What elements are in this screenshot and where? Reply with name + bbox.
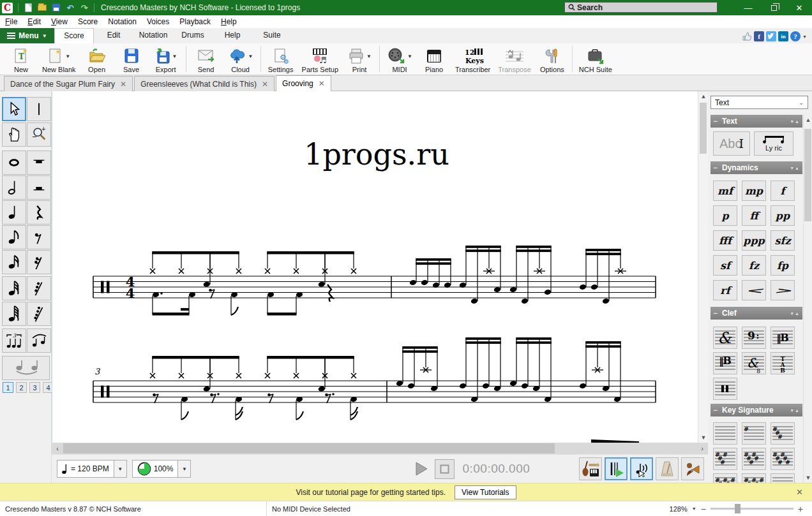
key-signature-3-sharps-button[interactable]: ### [771,422,795,445]
key-signature-6-sharps-button[interactable]: ###### [771,448,795,470]
panel-category-select[interactable]: Text ⌄ [710,96,808,109]
doc-tab-active[interactable]: Grooving✕ [276,75,331,91]
tempo-dropdown-icon[interactable]: ▼ [114,461,126,477]
text-section-header[interactable]: − Text ▼▲ [710,115,802,128]
note-sound-button[interactable] [630,457,653,480]
tie-tool[interactable] [2,356,50,380]
quarter-note-tool[interactable] [2,200,26,225]
undo-icon[interactable]: ↶ [64,3,76,13]
triplet-tool[interactable]: 3 [2,328,26,353]
dropdown-arrow-icon[interactable]: ▼ [172,54,177,59]
score-title[interactable]: 1progs.ru [304,137,449,172]
dynamic-p-button[interactable]: p [713,205,737,226]
dynamic-mp-button[interactable]: mp [742,181,766,201]
new-blank-button[interactable]: ★▼ New Blank [38,43,80,75]
bass-clef-button[interactable]: 9: [742,327,766,349]
quarter-rest-tool[interactable] [27,200,51,225]
pan-hand-tool[interactable] [2,122,26,147]
section-arrows-icon[interactable]: ▼▲ [790,408,800,413]
section-arrows-icon[interactable]: ▼▲ [790,119,800,124]
half-rest-tool[interactable] [27,175,51,200]
scrollbar-thumb[interactable] [63,443,555,453]
linkedin-icon[interactable]: in [778,31,788,41]
zoom-level[interactable]: 128% [670,505,688,513]
chevron-down-icon[interactable]: ▼ [802,34,807,39]
voice-3-button[interactable]: 3 [29,382,40,393]
search-input[interactable]: Search [564,2,718,13]
menu-notation[interactable]: Notation [103,16,142,27]
zoom-tool[interactable]: +− [27,122,51,147]
sixteenth-rest-tool[interactable] [27,250,51,274]
close-icon[interactable]: ✕ [319,79,325,88]
half-note-tool[interactable] [2,175,26,200]
scroll-right-icon[interactable]: › [696,443,708,454]
dynamic-f-button[interactable]: f [771,181,795,201]
export-button[interactable]: ▼ Export [149,43,183,75]
dynamics-section-header[interactable]: − Dynamics ▼▲ [710,161,802,174]
alto-clef-button[interactable]: ‖B [771,327,795,349]
dynamic-rf-button[interactable]: rf [713,280,737,300]
view-tutorials-button[interactable]: View Tutorials [455,485,516,499]
parts-setup-button[interactable]: ♬ Parts Setup [298,43,342,75]
cloud-button[interactable]: ▼ Cloud [223,43,258,75]
dropdown-arrow-icon[interactable]: ▼ [248,54,253,59]
tab-drums[interactable]: Drums [173,28,213,43]
chevron-down-icon[interactable]: ▼ [692,506,696,511]
dropdown-arrow-icon[interactable]: ▼ [65,54,70,59]
close-icon[interactable]: ✕ [796,487,803,497]
menu-help[interactable]: Help [216,16,242,27]
close-icon[interactable]: ✕ [262,80,268,89]
treble-clef-button[interactable]: & [713,327,737,349]
menu-voices[interactable]: Voices [142,16,174,27]
doc-tab[interactable]: Greensleeves (What Child is This)✕ [134,76,274,91]
collapse-icon[interactable]: − [713,406,718,415]
zoom-slider-thumb[interactable] [735,504,741,513]
key-signature-7-sharps-button[interactable]: ####### [713,473,737,483]
save-icon[interactable] [50,3,62,13]
clef-section-header[interactable]: − Clef ▼▲ [710,307,802,320]
save-button[interactable]: Save [114,43,149,75]
collapse-icon[interactable]: − [713,163,718,172]
menu-edit[interactable]: Edit [22,16,46,27]
tenor-clef-button[interactable]: ‖B [713,352,737,374]
open-folder-icon[interactable] [36,3,48,13]
midi-button[interactable]: ▼ MIDI [382,43,417,75]
dynamic-sfz-button[interactable]: sfz [771,230,795,251]
zoom-slider[interactable] [710,508,793,510]
sixteenth-note-tool[interactable] [2,250,26,274]
menu-score[interactable]: Score [73,16,103,27]
redo-icon[interactable]: ↷ [79,3,90,13]
text-tool-button[interactable]: Abc I [713,131,750,156]
print-button[interactable]: ▼ Print [342,43,377,75]
main-menu-button[interactable]: Menu ▼ [0,28,54,43]
key-signature-1-sharps-button[interactable]: # [742,422,766,445]
tab-suite[interactable]: Suite [252,28,292,43]
eighth-note-tool[interactable] [2,225,26,249]
nch-suite-button[interactable]: NCH Suite [575,43,616,75]
facebook-icon[interactable]: f [754,31,764,41]
thirtysecond-rest-tool[interactable] [27,276,51,300]
dynamic-pp-button[interactable]: pp [771,205,795,226]
tab-score[interactable]: Score [54,28,94,43]
score-vertical-scrollbar[interactable]: ▲ ▼ [698,91,708,443]
dynamic-ff-button[interactable]: ff [742,205,766,226]
score-horizontal-scrollbar[interactable]: ‹ › [52,443,708,454]
piano-button[interactable]: Piano [417,43,451,75]
voice-1-button[interactable]: 1 [3,382,13,393]
section-arrows-icon[interactable]: ▼▲ [790,311,800,316]
score-canvas[interactable]: 1progs.ru 443 [52,91,698,443]
key-signature-4-sharps-button[interactable]: #### [713,448,737,470]
options-button[interactable]: Options [535,43,569,75]
treble-8-clef-button[interactable]: &8 [742,352,766,374]
scroll-down-icon[interactable]: ▼ [698,432,709,443]
slur-tool[interactable] [27,328,51,353]
whole-note-tool[interactable] [2,151,26,175]
transcriber-button[interactable]: 12Keys Transcriber [451,43,494,75]
zoom-out-icon[interactable]: − [701,504,706,514]
close-button[interactable]: ✕ [786,0,812,15]
tab-notation[interactable]: Notation [133,28,173,43]
dynamic-sf-button[interactable]: sf [713,255,737,276]
key-signature-5-sharps-button[interactable]: ##### [742,448,766,470]
open-button[interactable]: Open [80,43,114,75]
dropdown-arrow-icon[interactable]: ▼ [407,54,412,59]
